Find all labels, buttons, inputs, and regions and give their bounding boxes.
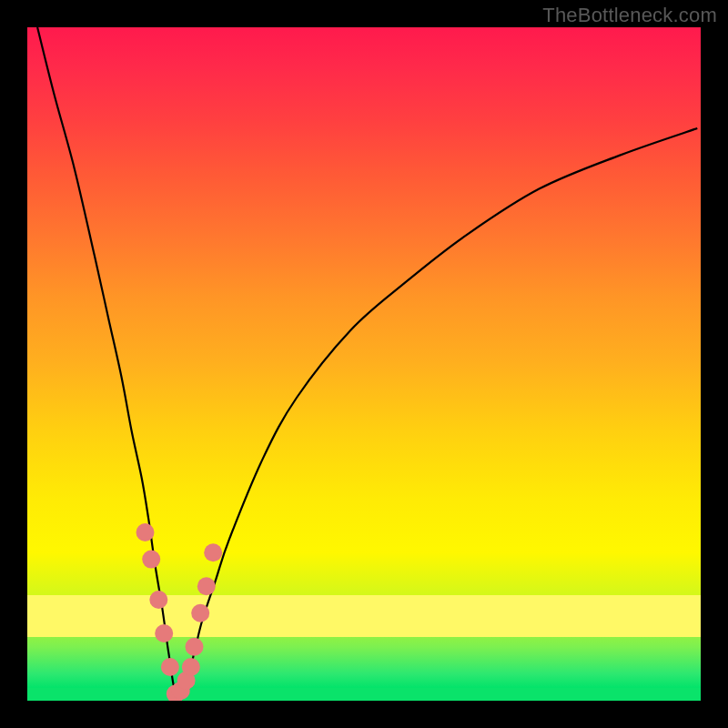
chart-dot	[186, 638, 204, 656]
chart-dot	[204, 543, 222, 561]
watermark-text: TheBottleneck.com	[542, 4, 717, 27]
chart-overlay	[27, 27, 701, 701]
chart-curve	[37, 27, 697, 698]
chart-dot	[155, 624, 173, 642]
chart-dot	[136, 523, 155, 541]
chart-dots-group	[136, 523, 223, 701]
chart-dot	[142, 551, 160, 569]
chart-dot	[182, 658, 200, 676]
chart-dot	[191, 604, 209, 622]
chart-dot	[149, 591, 167, 609]
chart-frame: TheBottleneck.com	[0, 0, 728, 728]
chart-dot	[161, 658, 179, 676]
chart-dot	[197, 577, 216, 595]
